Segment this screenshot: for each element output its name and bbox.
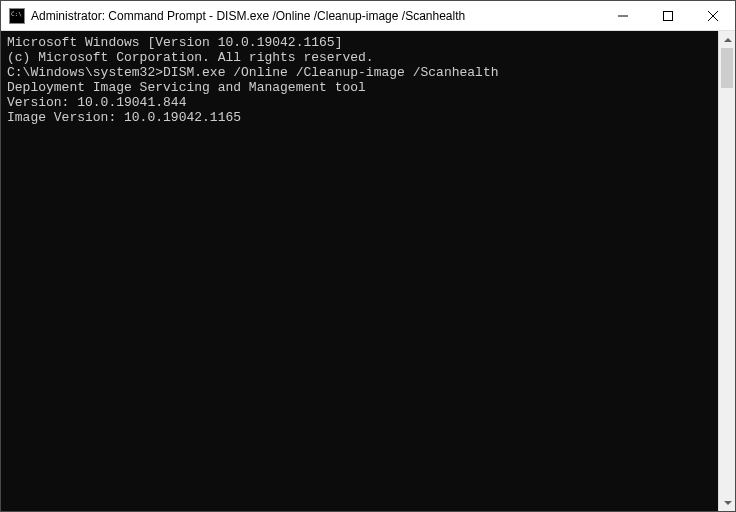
output-line: (c) Microsoft Corporation. All rights re… [7,50,712,65]
close-icon [708,11,718,21]
prompt-path: C:\Windows\system32> [7,65,163,80]
maximize-button[interactable] [645,1,690,30]
svg-rect-1 [663,11,672,20]
terminal-area[interactable]: Microsoft Windows [Version 10.0.19042.11… [1,31,735,511]
svg-marker-5 [724,501,732,505]
chevron-down-icon [724,501,732,505]
prompt-line: C:\Windows\system32>DISM.exe /Online /Cl… [7,65,712,80]
scroll-down-button[interactable] [719,494,736,511]
vertical-scrollbar[interactable] [718,31,735,511]
window-controls [600,1,735,30]
maximize-icon [663,11,673,21]
minimize-button[interactable] [600,1,645,30]
command-prompt-window: Administrator: Command Prompt - DISM.exe… [0,0,736,512]
output-line: Microsoft Windows [Version 10.0.19042.11… [7,35,712,50]
terminal-output: Microsoft Windows [Version 10.0.19042.11… [1,31,718,511]
window-title: Administrator: Command Prompt - DISM.exe… [31,9,600,23]
scroll-up-button[interactable] [719,31,736,48]
chevron-up-icon [724,38,732,42]
typed-command: DISM.exe /Online /Cleanup-image /Scanhea… [163,65,498,80]
cmd-icon [9,8,25,24]
title-bar[interactable]: Administrator: Command Prompt - DISM.exe… [1,1,735,31]
output-line: Deployment Image Servicing and Managemen… [7,80,712,95]
output-line: Image Version: 10.0.19042.1165 [7,110,712,125]
minimize-icon [618,11,628,21]
close-button[interactable] [690,1,735,30]
output-line: Version: 10.0.19041.844 [7,95,712,110]
svg-marker-4 [724,38,732,42]
scroll-thumb[interactable] [721,48,733,88]
